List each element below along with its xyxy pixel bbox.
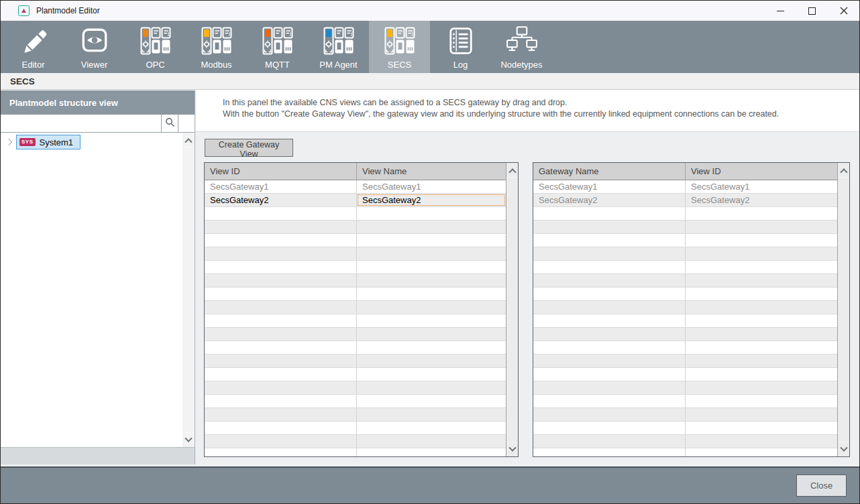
create-gateway-view-button[interactable]: Create Gateway View xyxy=(205,139,293,157)
table-cell[interactable]: SecsGateway2 xyxy=(686,194,837,206)
scroll-up-button[interactable] xyxy=(506,163,518,178)
table-cell[interactable] xyxy=(686,274,837,287)
table-cell[interactable] xyxy=(357,314,506,327)
minimize-button[interactable] xyxy=(765,1,796,21)
table-cell[interactable] xyxy=(205,381,357,394)
table-cell[interactable] xyxy=(205,355,357,367)
search-button[interactable] xyxy=(161,115,178,132)
table-cell[interactable] xyxy=(205,314,357,327)
search-input[interactable] xyxy=(1,115,161,132)
table-cell[interactable]: SecsGateway2 xyxy=(205,194,357,206)
toolbar-item-nodetypes[interactable]: Nodetypes xyxy=(491,21,552,73)
table-row[interactable] xyxy=(533,435,837,448)
table-cell[interactable] xyxy=(205,288,357,300)
table-row[interactable] xyxy=(205,448,506,456)
table-row[interactable]: SecsGateway1SecsGateway1 xyxy=(533,180,837,194)
table-row[interactable] xyxy=(205,234,506,247)
table-row[interactable] xyxy=(205,301,506,314)
table-row[interactable]: SecsGateway2SecsGateway2 xyxy=(205,194,506,207)
table-row[interactable] xyxy=(533,220,837,234)
table-row[interactable] xyxy=(533,355,837,368)
table-cell[interactable] xyxy=(357,422,506,434)
table-cell[interactable] xyxy=(357,368,506,381)
table-cell[interactable] xyxy=(533,368,686,381)
table-cell[interactable] xyxy=(533,328,686,340)
table-row[interactable] xyxy=(205,314,506,328)
table-cell[interactable]: SecsGateway2 xyxy=(533,194,686,206)
column-header[interactable]: View Name xyxy=(357,163,506,180)
scroll-up-button[interactable] xyxy=(838,163,849,178)
table-row[interactable] xyxy=(205,368,506,381)
table-row[interactable] xyxy=(533,301,837,314)
table-cell[interactable] xyxy=(357,448,506,456)
table-cell[interactable] xyxy=(357,288,506,300)
table-cell[interactable] xyxy=(686,448,837,456)
table-cell[interactable] xyxy=(686,247,837,260)
table-cell[interactable] xyxy=(533,448,686,456)
table-cell[interactable] xyxy=(533,435,686,448)
toolbar-item-mqtt[interactable]: MQTT xyxy=(247,21,308,73)
table-cell[interactable] xyxy=(686,261,837,273)
table-cell[interactable] xyxy=(533,355,686,367)
table-cell[interactable] xyxy=(357,328,506,340)
table-cell[interactable] xyxy=(533,220,686,233)
table-row[interactable] xyxy=(205,435,506,448)
table-row[interactable] xyxy=(205,328,506,341)
table-cell[interactable] xyxy=(533,341,686,354)
table-cell[interactable] xyxy=(686,234,837,247)
table-row[interactable] xyxy=(205,247,506,261)
table-row[interactable] xyxy=(533,408,837,422)
table-row[interactable] xyxy=(533,368,837,381)
table-row[interactable] xyxy=(533,247,837,261)
table-cell[interactable] xyxy=(357,341,506,354)
table-cell[interactable] xyxy=(686,207,837,220)
toolbar-item-modbus[interactable]: Modbus xyxy=(186,21,247,73)
table-cell[interactable] xyxy=(357,381,506,394)
table-cell[interactable] xyxy=(686,288,837,300)
table-row[interactable] xyxy=(205,288,506,301)
table-row[interactable] xyxy=(533,234,837,247)
table-cell[interactable] xyxy=(205,341,357,354)
table-row[interactable] xyxy=(533,288,837,301)
column-header[interactable]: View ID xyxy=(686,163,837,180)
table-cell[interactable] xyxy=(357,261,506,273)
table-cell[interactable] xyxy=(533,207,686,220)
table-cell[interactable] xyxy=(533,274,686,287)
column-header[interactable]: Gateway Name xyxy=(533,163,686,180)
table-cell[interactable] xyxy=(686,355,837,367)
search-options-button[interactable] xyxy=(178,115,195,132)
table-cell[interactable] xyxy=(205,395,357,407)
table-row[interactable] xyxy=(533,448,837,456)
table-row[interactable] xyxy=(205,422,506,435)
scroll-up-button[interactable] xyxy=(182,133,195,147)
table-cell[interactable] xyxy=(686,314,837,327)
table-row[interactable] xyxy=(205,408,506,422)
table-cell[interactable] xyxy=(205,328,357,340)
close-window-button[interactable] xyxy=(828,1,859,21)
table-cell[interactable] xyxy=(686,435,837,448)
table-cell[interactable] xyxy=(686,220,837,233)
table-cell[interactable] xyxy=(686,408,837,421)
table-cell[interactable] xyxy=(533,247,686,260)
table-row[interactable] xyxy=(533,274,837,288)
toolbar-item-secs[interactable]: SECS xyxy=(369,21,430,73)
table-cell[interactable] xyxy=(686,381,837,394)
table-cell[interactable] xyxy=(357,207,506,220)
table-cell[interactable] xyxy=(205,408,357,421)
table-row[interactable] xyxy=(533,395,837,408)
table-cell[interactable] xyxy=(205,247,357,260)
toolbar-item-editor[interactable]: Editor xyxy=(3,21,64,73)
column-header[interactable]: View ID xyxy=(205,163,357,180)
table-cell[interactable] xyxy=(533,288,686,300)
close-button[interactable]: Close xyxy=(796,475,847,497)
table-cell[interactable] xyxy=(205,422,357,434)
table-cell[interactable] xyxy=(533,261,686,273)
table-cell[interactable] xyxy=(533,395,686,407)
table-cell[interactable] xyxy=(686,368,837,381)
table-cell[interactable] xyxy=(205,261,357,273)
table-row[interactable]: SecsGateway1SecsGateway1 xyxy=(205,180,506,194)
table-cell[interactable] xyxy=(205,207,357,220)
table-row[interactable] xyxy=(205,381,506,395)
table-row[interactable] xyxy=(533,422,837,435)
table-cell[interactable] xyxy=(357,274,506,287)
